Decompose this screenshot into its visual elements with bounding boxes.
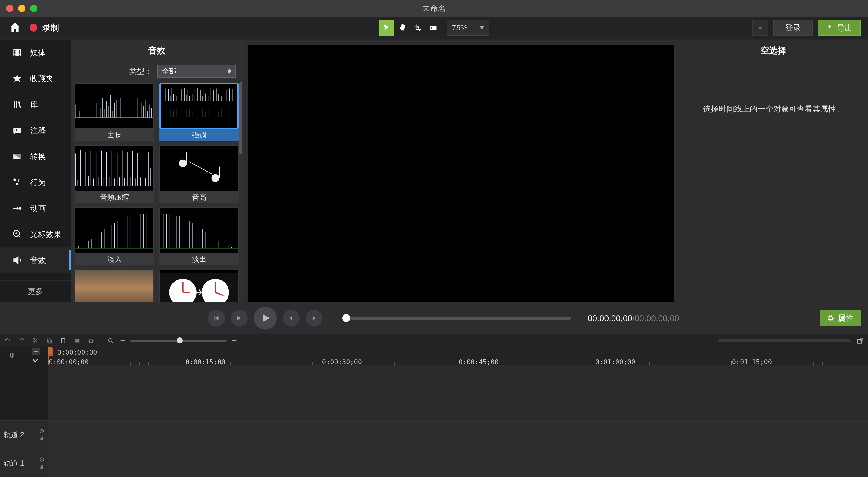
split-button[interactable] (73, 336, 82, 345)
svg-rect-30 (41, 438, 43, 440)
effect-card-extra-2[interactable] (159, 270, 239, 302)
track-lane-2[interactable] (48, 420, 868, 449)
effect-label: 淡入 (75, 253, 154, 265)
play-button[interactable] (254, 307, 277, 330)
playback-scrubber[interactable] (342, 314, 571, 322)
video-preview[interactable] (248, 44, 674, 302)
track-lane-1[interactable] (48, 449, 868, 477)
timeline-overview[interactable] (718, 339, 850, 342)
copy-button[interactable] (45, 336, 54, 345)
cut-button[interactable] (31, 336, 40, 345)
detach-timeline-button[interactable] (856, 336, 864, 345)
properties-button-label: 属性 (838, 313, 854, 324)
download-button[interactable] (752, 20, 768, 36)
scrubber-handle[interactable] (342, 314, 350, 322)
sidebar-label: 行为 (30, 177, 46, 188)
effects-type-select[interactable]: 全部 (157, 64, 236, 78)
sidebar-item-media[interactable]: 媒体 (0, 40, 70, 66)
track-header-2[interactable]: 轨道 2 (0, 420, 48, 449)
disable-track-icon[interactable] (39, 457, 44, 462)
home-button[interactable] (9, 21, 21, 34)
sidebar-label: 库 (30, 99, 38, 110)
sidebar-item-behaviors[interactable]: 行为 (0, 170, 70, 196)
window-zoom-icon[interactable] (30, 5, 37, 12)
svg-rect-22 (62, 338, 64, 339)
undo-button[interactable] (4, 336, 12, 345)
share-icon (826, 24, 833, 31)
prev-frame-button[interactable] (208, 310, 225, 327)
timeline-ruler[interactable]: 0:00:00;00 0:00:00;000:00:15;000:00:30;0… (48, 347, 868, 365)
ruler-label: 0:00:45;00 (459, 358, 498, 366)
sidebar-item-animations[interactable]: 动画 (0, 196, 70, 221)
record-label: 录制 (42, 22, 59, 33)
sidebar-label: 转换 (30, 151, 46, 162)
login-button[interactable]: 登录 (773, 20, 812, 36)
record-button[interactable]: 录制 (30, 22, 59, 33)
effects-title: 音效 (70, 40, 243, 61)
properties-button[interactable]: 属性 (820, 310, 861, 326)
zoom-slider[interactable] (130, 340, 227, 341)
window-title: 未命名 (0, 0, 868, 17)
music-notes-icon (160, 146, 238, 190)
window-close-icon[interactable] (6, 5, 13, 12)
effect-card-emphasize[interactable]: 强调 (159, 83, 239, 141)
crop-tool[interactable] (410, 20, 426, 36)
zoom-select[interactable]: 75% (447, 20, 490, 36)
login-label: 登录 (785, 23, 801, 33)
sidebar-label: 媒体 (30, 48, 46, 58)
filter-label: 类型： (129, 66, 153, 77)
waveform-icon (75, 208, 153, 253)
effect-card-extra-1[interactable] (75, 270, 154, 302)
paste-button[interactable] (59, 336, 67, 345)
ruler-label: 0:00:15;00 (185, 358, 225, 366)
sidebar-item-cursor-effects[interactable]: 光标效果 (0, 221, 70, 247)
sidebar-item-annotations[interactable]: a 注释 (0, 118, 70, 144)
effect-label: 音高 (159, 191, 239, 203)
effect-label: 去噪 (75, 129, 154, 141)
sidebar-item-transitions[interactable]: 转换 (0, 144, 70, 170)
effect-card-pitch[interactable]: 音高 (159, 145, 239, 203)
updown-icon (227, 69, 231, 73)
zoom-search-icon[interactable] (107, 336, 115, 345)
timeline-canvas[interactable]: 0:00:00;00 0:00:00;000:00:15;000:00:30;0… (48, 347, 868, 477)
track-options-button[interactable] (32, 357, 40, 365)
sidebar-more[interactable]: 更多 (0, 280, 70, 302)
track-header-tools: + (0, 347, 48, 365)
track-header-1[interactable]: 轨道 1 (0, 449, 48, 477)
lock-icon[interactable] (39, 436, 44, 441)
cursor-icon (12, 229, 22, 239)
effect-card-denoise[interactable]: 去噪 (75, 83, 154, 141)
snapshot-button[interactable] (87, 336, 95, 345)
add-track-button[interactable]: + (32, 348, 40, 356)
export-button[interactable]: 导出 (818, 20, 861, 36)
zoom-in-button[interactable]: + (230, 336, 238, 346)
lock-icon[interactable] (39, 464, 44, 470)
svg-point-5 (16, 233, 17, 234)
select-tool[interactable] (378, 20, 394, 36)
effects-scrollbar[interactable] (239, 82, 242, 154)
next-marker-button[interactable] (306, 310, 322, 327)
svg-point-26 (90, 340, 92, 342)
timecode-total: 00:00:00;00 (635, 314, 679, 323)
hand-tool[interactable] (394, 20, 410, 36)
waveform-icon (75, 84, 153, 128)
redo-button[interactable] (18, 336, 26, 345)
preview-area (243, 40, 679, 302)
window-minimize-icon[interactable] (18, 5, 25, 12)
svg-point-3 (19, 207, 22, 210)
zoom-out-button[interactable]: − (119, 336, 127, 346)
magnet-icon[interactable] (8, 353, 15, 360)
effect-card-compress[interactable]: 音频压缩 (75, 145, 154, 203)
sidebar-item-library[interactable]: 库 (0, 92, 70, 118)
sidebar-item-audio-effects[interactable]: 音效 (0, 247, 70, 273)
sidebar-item-favorites[interactable]: 收藏夹 (0, 66, 70, 92)
sidebar-label: 动画 (30, 203, 46, 214)
disable-track-icon[interactable] (39, 428, 44, 434)
next-frame-button[interactable] (231, 310, 248, 327)
ruler-label: 0:01:00;00 (595, 358, 635, 366)
effect-card-fadeout[interactable]: 淡出 (159, 207, 239, 265)
prev-marker-button[interactable] (283, 310, 300, 327)
pan-zoom-tool[interactable] (426, 20, 441, 36)
effect-card-fadein[interactable]: 淡入 (75, 207, 154, 265)
zoom-slider-handle[interactable] (177, 337, 183, 344)
